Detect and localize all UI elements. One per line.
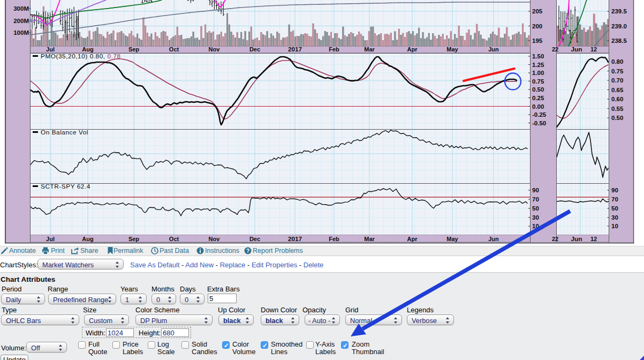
svg-text:22: 22 bbox=[552, 46, 558, 52]
svg-text:Aug: Aug bbox=[82, 46, 93, 52]
svg-text:1.00: 1.00 bbox=[532, 70, 544, 76]
svg-text:239.0: 239.0 bbox=[611, 23, 627, 29]
svg-text:Aug: Aug bbox=[82, 236, 93, 242]
svg-text:10: 10 bbox=[611, 223, 618, 229]
svg-text:Jun: Jun bbox=[488, 46, 499, 52]
svg-text:0.65: 0.65 bbox=[611, 87, 624, 93]
svg-text:0.50: 0.50 bbox=[611, 115, 623, 121]
svg-text:Nov: Nov bbox=[209, 236, 221, 242]
svg-text:May: May bbox=[446, 236, 458, 242]
svg-text:238.5: 238.5 bbox=[611, 38, 627, 44]
svg-text:-0.25: -0.25 bbox=[532, 111, 547, 118]
svg-text:12: 12 bbox=[590, 236, 597, 242]
svg-text:0.75: 0.75 bbox=[532, 78, 544, 85]
svg-text:200M: 200M bbox=[13, 18, 29, 24]
svg-text:Apr: Apr bbox=[407, 46, 418, 52]
svg-text:Feb: Feb bbox=[329, 46, 339, 52]
svg-text:22: 22 bbox=[552, 236, 558, 242]
svg-text:Sep: Sep bbox=[128, 46, 139, 52]
svg-text:0.50: 0.50 bbox=[532, 86, 544, 93]
svg-text:Jun: Jun bbox=[571, 235, 582, 243]
svg-text:-0.50: -0.50 bbox=[532, 120, 546, 126]
svg-text:0.25: 0.25 bbox=[532, 95, 544, 101]
svg-text:90: 90 bbox=[611, 187, 618, 193]
svg-text:70: 70 bbox=[532, 196, 539, 202]
svg-text:Mar: Mar bbox=[364, 46, 375, 52]
svg-text:100M: 100M bbox=[13, 29, 29, 36]
svg-text:1.25: 1.25 bbox=[532, 62, 544, 68]
svg-text:Oct: Oct bbox=[169, 236, 179, 242]
svg-text:Jun: Jun bbox=[488, 236, 499, 242]
svg-text:90: 90 bbox=[532, 187, 539, 193]
svg-text:239.5: 239.5 bbox=[611, 8, 627, 14]
svg-text:70: 70 bbox=[611, 196, 618, 202]
svg-text:30: 30 bbox=[532, 214, 539, 221]
svg-text:10: 10 bbox=[532, 223, 539, 229]
svg-text:50: 50 bbox=[532, 205, 539, 212]
svg-text:Dec: Dec bbox=[249, 236, 260, 242]
svg-text:Jun: Jun bbox=[571, 46, 582, 53]
svg-text:Sep: Sep bbox=[128, 236, 139, 242]
svg-text:Mar: Mar bbox=[364, 236, 375, 242]
svg-text:PMO(35,20,10) 0.80, 0.78: PMO(35,20,10) 0.80, 0.78 bbox=[41, 52, 121, 60]
svg-text:300M: 300M bbox=[13, 5, 29, 12]
svg-text:2017: 2017 bbox=[288, 46, 302, 53]
svg-text:0.70: 0.70 bbox=[611, 77, 623, 84]
svg-text:205: 205 bbox=[532, 8, 543, 14]
svg-text:Nov: Nov bbox=[209, 46, 221, 52]
svg-text:2017: 2017 bbox=[288, 235, 302, 243]
svg-text:?: ? bbox=[246, 248, 249, 254]
svg-text:Jul: Jul bbox=[46, 236, 55, 242]
svg-text:1.50: 1.50 bbox=[532, 53, 544, 59]
svg-text:195: 195 bbox=[532, 38, 543, 44]
svg-text:0.00: 0.00 bbox=[532, 103, 544, 110]
svg-text:SCTR-SPY 62.4: SCTR-SPY 62.4 bbox=[41, 183, 90, 190]
svg-text:Jul: Jul bbox=[46, 46, 55, 52]
svg-text:0.55: 0.55 bbox=[611, 106, 624, 112]
svg-text:May: May bbox=[446, 46, 458, 52]
svg-text:Dec: Dec bbox=[249, 46, 260, 52]
svg-text:On Balance Vol: On Balance Vol bbox=[41, 129, 88, 136]
svg-text:30: 30 bbox=[611, 214, 618, 221]
svg-text:12: 12 bbox=[590, 46, 597, 52]
svg-text:Apr: Apr bbox=[407, 236, 418, 242]
svg-text:50: 50 bbox=[611, 205, 618, 212]
svg-text:Feb: Feb bbox=[329, 236, 339, 242]
svg-text:200: 200 bbox=[532, 23, 542, 29]
svg-text:0.60: 0.60 bbox=[611, 96, 623, 102]
svg-text:0.75: 0.75 bbox=[611, 68, 624, 74]
svg-text:Oct: Oct bbox=[169, 46, 179, 52]
svg-text:0.80: 0.80 bbox=[611, 58, 623, 65]
